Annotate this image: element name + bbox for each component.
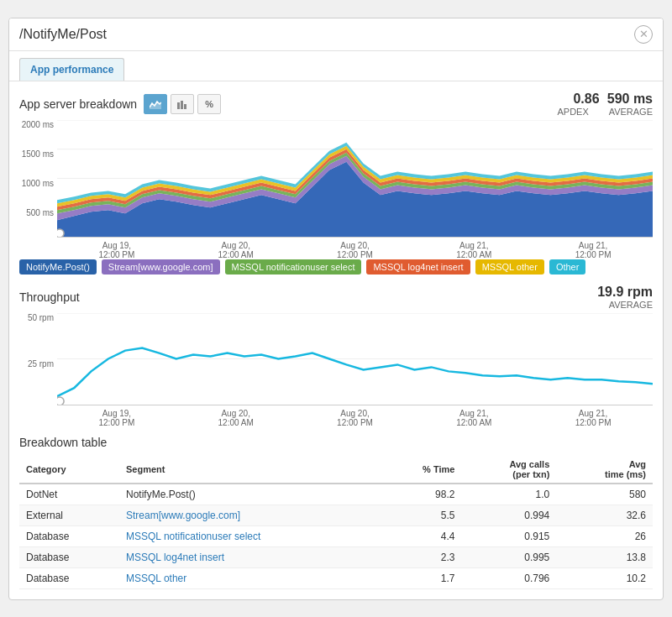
cell-avg-calls: 0.995	[461, 546, 556, 567]
cell-category: DotNet	[19, 484, 119, 505]
col-category: Category	[19, 456, 119, 484]
app-server-chart-container: 2000 ms 1500 ms 1000 ms 500 ms	[19, 120, 653, 254]
cell-avg-time: 580	[556, 484, 653, 505]
cell-segment[interactable]: MSSQL other	[119, 567, 381, 588]
average-label: AVERAGE	[609, 107, 653, 117]
percent-icon[interactable]: %	[197, 94, 221, 114]
cell-segment[interactable]: Stream[www.google.com]	[119, 505, 381, 525]
throughput-average-label: AVERAGE	[609, 300, 653, 310]
legend-mssql-notificationuser[interactable]: MSSQL notificationuser select	[225, 259, 362, 275]
throughput-header: Throughput 19.9 rpm AVERAGE	[19, 285, 653, 310]
cell-avg-time: 10.2	[556, 567, 653, 588]
throughput-y-25: 25 rpm	[19, 359, 54, 369]
legend-stream[interactable]: Stream[www.google.com]	[102, 259, 220, 275]
svg-rect-2	[181, 101, 183, 109]
t-x-label-5: Aug 21,12:00 PM	[533, 409, 653, 427]
cell-pct-time: 1.7	[381, 567, 461, 588]
col-avg-time: Avgtime (ms)	[556, 456, 653, 484]
x-label-2: Aug 20,12:00 AM	[176, 241, 296, 259]
t-x-label-4: Aug 21,12:00 AM	[414, 409, 533, 427]
titlebar: /NotifyMe/Post ✕	[9, 18, 663, 51]
t-x-label-1: Aug 19,12:00 PM	[57, 409, 176, 427]
cell-category: External	[19, 505, 119, 525]
apdex-average-meta: 0.86 590 ms APDEX AVERAGE	[557, 92, 653, 117]
throughput-x-labels: Aug 19,12:00 PM Aug 20,12:00 AM Aug 20,1…	[57, 409, 653, 427]
legend-mssql-other[interactable]: MSSQL other	[475, 259, 544, 275]
cell-category: Database	[19, 567, 119, 588]
col-pct-time: % Time	[381, 456, 461, 484]
app-server-chart-area	[57, 120, 653, 238]
svg-marker-0	[150, 102, 161, 109]
cell-pct-time: 4.4	[381, 525, 461, 546]
cell-pct-time: 98.2	[381, 484, 461, 505]
average-value: 590 ms	[607, 92, 653, 106]
cell-avg-calls: 0.915	[461, 525, 556, 546]
app-server-breakdown-title: App server breakdown	[19, 97, 137, 111]
cell-avg-calls: 1.0	[461, 484, 556, 505]
y-label-1000: 1000 ms	[19, 179, 54, 188]
t-x-label-2: Aug 20,12:00 AM	[176, 409, 296, 427]
col-segment: Segment	[119, 456, 381, 484]
throughput-chart-container: 50 rpm 25 rpm Aug 19,12:00 PM	[19, 313, 653, 422]
legend-mssql-log4net[interactable]: MSSQL log4net insert	[366, 259, 470, 275]
table-row: Database MSSQL log4net insert 2.3 0.995 …	[19, 546, 653, 567]
main-window: /NotifyMe/Post ✕ App performance App ser…	[8, 18, 664, 600]
y-label-2000: 2000 ms	[19, 120, 54, 129]
x-label-3: Aug 20,12:00 PM	[296, 241, 415, 259]
svg-point-14	[57, 229, 64, 237]
x-label-5: Aug 21,12:00 PM	[533, 241, 653, 259]
cell-segment[interactable]: MSSQL log4net insert	[119, 546, 381, 567]
cell-pct-time: 5.5	[381, 505, 461, 525]
throughput-meta: 19.9 rpm AVERAGE	[597, 285, 653, 310]
cell-category: Database	[19, 525, 119, 546]
cell-avg-calls: 0.994	[461, 505, 556, 525]
table-row: Database MSSQL notificationuser select 4…	[19, 525, 653, 546]
y-label-1500: 1500 ms	[19, 149, 54, 159]
legend-notifyme[interactable]: NotifyMe.Post()	[19, 259, 97, 275]
app-server-y-labels: 2000 ms 1500 ms 1000 ms 500 ms	[19, 120, 57, 238]
col-avg-calls: Avg calls(per txn)	[461, 456, 556, 484]
breakdown-table: Category Segment % Time Avg calls(per tx…	[19, 456, 653, 589]
throughput-title: Throughput	[19, 290, 80, 304]
bar-chart-icon[interactable]	[171, 94, 194, 114]
cell-segment[interactable]: MSSQL notificationuser select	[119, 525, 381, 546]
x-label-4: Aug 21,12:00 AM	[414, 241, 533, 259]
throughput-average-value: 19.9 rpm	[597, 285, 653, 299]
t-x-label-3: Aug 20,12:00 PM	[296, 409, 415, 427]
cell-avg-time: 32.6	[556, 505, 653, 525]
cell-avg-calls: 0.796	[461, 567, 556, 588]
legend-other[interactable]: Other	[549, 259, 586, 275]
section-title-area: App server breakdown	[19, 94, 221, 114]
svg-point-17	[57, 397, 64, 405]
app-server-x-labels: Aug 19,12:00 PM Aug 20,12:00 AM Aug 20,1…	[57, 241, 653, 259]
breakdown-section: Breakdown table Category Segment % Time …	[19, 436, 653, 589]
cell-pct-time: 2.3	[381, 546, 461, 567]
svg-rect-1	[177, 102, 180, 109]
throughput-chart-area	[57, 313, 653, 405]
breakdown-title: Breakdown table	[19, 436, 653, 449]
cell-avg-time: 13.8	[556, 546, 653, 567]
throughput-y-labels: 50 rpm 25 rpm	[19, 313, 57, 405]
main-content: App server breakdown	[9, 81, 663, 599]
table-row: Database MSSQL other 1.7 0.796 10.2	[19, 567, 653, 588]
table-row: External Stream[www.google.com] 5.5 0.99…	[19, 505, 653, 525]
close-button[interactable]: ✕	[634, 25, 653, 44]
chart-legend: NotifyMe.Post() Stream[www.google.com] M…	[19, 259, 653, 275]
area-chart-icon[interactable]	[144, 94, 167, 114]
tab-app-performance[interactable]: App performance	[19, 58, 124, 81]
apdex-value: 0.86	[573, 92, 599, 106]
throughput-y-50: 50 rpm	[19, 313, 54, 322]
y-label-500: 500 ms	[19, 208, 54, 217]
app-server-breakdown-header: App server breakdown	[19, 92, 653, 117]
cell-segment: NotifyMe.Post()	[119, 484, 381, 505]
toolbar-icons: %	[144, 94, 221, 114]
x-label-1: Aug 19,12:00 PM	[57, 241, 176, 259]
cell-avg-time: 26	[556, 525, 653, 546]
window-title: /NotifyMe/Post	[19, 27, 107, 42]
throughput-section: Throughput 19.9 rpm AVERAGE 50 rpm 25 rp…	[19, 285, 653, 422]
table-row: DotNet NotifyMe.Post() 98.2 1.0 580	[19, 484, 653, 505]
apdex-label: APDEX	[557, 107, 588, 117]
svg-rect-3	[184, 104, 186, 109]
tabs-bar: App performance	[9, 51, 663, 81]
cell-category: Database	[19, 546, 119, 567]
